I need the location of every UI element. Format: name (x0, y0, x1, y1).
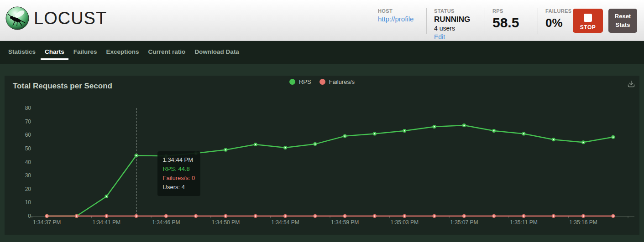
status-block: STATUS RUNNING 4 users Edit (434, 8, 478, 41)
main-nav: StatisticsChartsFailuresExceptionsCurren… (0, 41, 644, 64)
stop-button-label: STOP (580, 24, 596, 31)
stop-button[interactable]: STOP (573, 9, 603, 33)
app-header: LOCUST HOST http://profile STATUS RUNNIN… (0, 0, 644, 41)
divider (538, 8, 538, 34)
tooltip-time: 1:34:44 PM (163, 155, 195, 165)
rps-chart (5, 76, 639, 235)
tooltip-rps: RPS: 44.8 (163, 165, 195, 174)
locust-app: LOCUST HOST http://profile STATUS RUNNIN… (0, 0, 644, 242)
divider (426, 8, 427, 34)
legend-dot-icon (289, 79, 295, 85)
tab-current-ratio[interactable]: Current ratio (144, 41, 190, 62)
tab-failures[interactable]: Failures (69, 41, 102, 62)
divider (485, 8, 485, 34)
stop-square-icon (584, 14, 592, 22)
tab-statistics[interactable]: Statistics (4, 41, 40, 62)
edit-link[interactable]: Edit (434, 33, 445, 41)
brand[interactable]: LOCUST (5, 6, 107, 30)
legend-label: Failures/s (329, 78, 355, 85)
reset-stats-button[interactable]: Reset Stats (608, 9, 637, 33)
download-icon[interactable] (627, 79, 636, 88)
chart-panel: 01020304050607080 1:34:37 PM1:34:41 PM1:… (5, 76, 639, 235)
tab-exceptions[interactable]: Exceptions (102, 41, 144, 62)
tab-charts[interactable]: Charts (40, 41, 69, 62)
host-label: HOST (378, 8, 420, 14)
legend-dot-icon (319, 79, 325, 85)
host-link[interactable]: http://profile (378, 15, 414, 23)
chart-plot[interactable]: 01020304050607080 1:34:37 PM1:34:41 PM1:… (5, 76, 639, 235)
rps-value: 58.5 (492, 15, 531, 31)
status-label: STATUS (434, 8, 478, 14)
chart-tooltip: 1:34:44 PM RPS: 44.8 Failures/s: 0 Users… (157, 151, 201, 196)
header-stats: HOST http://profile STATUS RUNNING 4 use… (378, 8, 593, 41)
tab-download-data[interactable]: Download Data (190, 41, 244, 62)
rps-block: RPS 58.5 (492, 8, 531, 31)
app-title: LOCUST (34, 9, 107, 28)
legend-item-failures-s[interactable]: Failures/s (319, 78, 355, 85)
status-value: RUNNING (434, 15, 478, 24)
host-block: HOST http://profile (378, 8, 420, 23)
legend-item-rps[interactable]: RPS (289, 78, 311, 85)
legend-label: RPS (299, 78, 311, 85)
locust-logo-icon (5, 6, 29, 30)
tooltip-users: Users: 4 (163, 183, 195, 192)
tooltip-failures: Failures/s: 0 (163, 174, 195, 183)
user-count: 4 users (434, 25, 478, 32)
rps-label: RPS (492, 8, 531, 14)
chart-legend: RPSFailures/s (5, 78, 639, 85)
